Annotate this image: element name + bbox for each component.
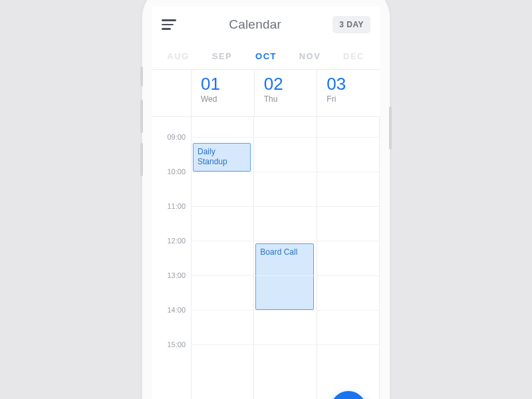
day-header-row: 01Wed02Thu03Fri — [152, 70, 380, 117]
month-selector: AUGSEPOCTNOVDEC — [152, 43, 380, 70]
day-number: 02 — [264, 75, 311, 93]
day-column[interactable]: Daily Standup — [192, 117, 254, 399]
hour-gridline — [191, 241, 380, 241]
phone-side-button — [140, 143, 143, 176]
phone-side-button — [389, 106, 392, 150]
calendar-event[interactable]: Board Call — [255, 243, 313, 310]
month-tab[interactable]: NOV — [288, 51, 332, 61]
day-name: Wed — [201, 94, 247, 104]
day-header[interactable]: 03Fri — [317, 70, 380, 116]
day-column[interactable] — [317, 117, 380, 399]
day-column[interactable]: Board Call — [254, 117, 317, 399]
app-header: Calendar 3 DAY — [152, 7, 380, 43]
calendar-grid[interactable]: 09:0010:0011:0012:0013:0014:0015:00 Dail… — [152, 117, 380, 399]
day-header[interactable]: 02Thu — [255, 70, 318, 116]
hour-label: 09:00 — [167, 133, 186, 141]
hour-gridline — [191, 310, 380, 311]
day-number: 03 — [327, 75, 373, 93]
phone-side-button — [140, 66, 143, 86]
hour-gridline — [191, 172, 380, 172]
day-header[interactable]: 01Wed — [192, 70, 255, 116]
month-tab[interactable]: SEP — [200, 51, 244, 61]
hour-gridline — [191, 275, 380, 276]
hour-gridline — [191, 344, 380, 345]
hour-label: 11:00 — [167, 202, 186, 210]
time-column: 09:0010:0011:0012:0013:0014:0015:00 — [152, 117, 192, 399]
hour-label: 13:00 — [167, 271, 186, 279]
month-tab[interactable]: AUG — [156, 51, 200, 61]
hour-label: 12:00 — [167, 237, 186, 245]
hour-label: 15:00 — [167, 340, 186, 348]
app-title: Calendar — [178, 17, 332, 32]
hour-label: 10:00 — [167, 168, 186, 176]
day-name: Fri — [327, 94, 373, 104]
calendar-event[interactable]: Daily Standup — [193, 143, 251, 172]
month-tab[interactable]: DEC — [332, 51, 376, 61]
day-name: Thu — [264, 94, 311, 104]
app-screen: Calendar 3 DAY AUGSEPOCTNOVDEC 01Wed02Th… — [152, 7, 380, 399]
hour-gridline — [191, 206, 380, 207]
hour-gridline — [191, 137, 380, 138]
view-mode-toggle[interactable]: 3 DAY — [332, 16, 370, 33]
hour-label: 14:00 — [167, 306, 186, 314]
month-tab[interactable]: OCT — [244, 51, 288, 61]
day-number: 01 — [201, 75, 247, 93]
menu-icon[interactable] — [162, 17, 178, 33]
time-column-header — [152, 70, 192, 116]
phone-frame: Calendar 3 DAY AUGSEPOCTNOVDEC 01Wed02Th… — [143, 0, 389, 399]
phone-side-button — [140, 100, 143, 133]
